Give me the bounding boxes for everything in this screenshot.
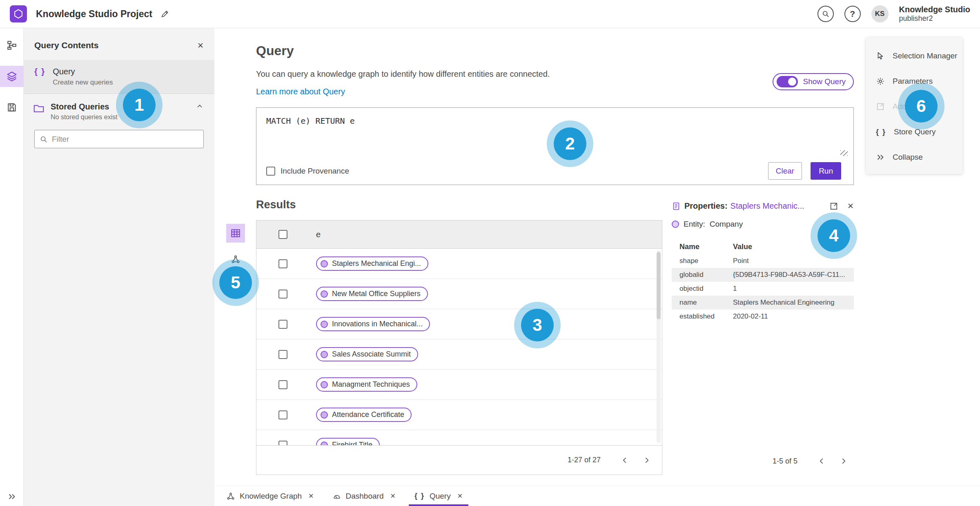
store-query-button[interactable]: { } Store Query (866, 119, 962, 145)
close-tab-icon[interactable]: ✕ (390, 492, 395, 500)
open-in-new-icon[interactable] (829, 202, 838, 211)
stored-queries-section[interactable]: Stored Queries No stored queries exist (24, 94, 214, 124)
query-contents-panel: Query Contents ✕ { } Query Create new qu… (24, 28, 214, 506)
row-checkbox[interactable] (278, 290, 287, 299)
row-checkbox[interactable] (278, 410, 287, 419)
table-view-button[interactable] (226, 224, 245, 243)
previous-page-button[interactable] (814, 453, 830, 469)
callout-badge-2: 2 (554, 127, 586, 160)
braces-icon: { } (414, 492, 425, 500)
table-row: Firebird Title (256, 430, 662, 445)
prop-col-name: Name (672, 243, 733, 251)
expand-panel-button[interactable] (7, 492, 16, 501)
next-page-button[interactable] (835, 453, 851, 469)
braces-icon: { } (876, 128, 886, 136)
entity-chip[interactable]: Managment Techniques (316, 377, 417, 392)
knowledge-graph-icon (227, 492, 235, 500)
query-list-item[interactable]: { } Query Create new queries (24, 60, 214, 94)
property-row: objectid 1 (672, 282, 854, 296)
table-row: Sales Associate Summit (256, 339, 662, 370)
selected-entity-link[interactable]: Staplers Mechanic... (731, 201, 804, 211)
search-button[interactable] (817, 6, 834, 22)
results-table: e Staplers Mechanical Engi... New Metal … (256, 220, 662, 475)
filter-input[interactable] (52, 135, 198, 144)
properties-label: Properties: (684, 201, 728, 211)
results-view-switcher (226, 224, 245, 269)
app-window: Knowledge Studio Project ? KS Knowledge … (0, 0, 980, 506)
query-description: You can query a knowledge graph to ident… (256, 69, 550, 79)
entity-chip[interactable]: Attendance Certificate (316, 408, 412, 422)
include-provenance-checkbox[interactable] (266, 167, 275, 176)
query-item-label: Query (53, 67, 113, 76)
select-all-checkbox[interactable] (278, 230, 287, 239)
results-pagination: 1-27 of 27 (256, 445, 662, 475)
entity-dot-icon (321, 260, 328, 267)
table-header-row: e (256, 221, 662, 249)
bottom-tab-bar: Knowledge Graph ✕ Dashboard ✕ { } Query … (214, 486, 980, 506)
save-icon (7, 102, 17, 113)
edit-title-icon[interactable] (160, 9, 169, 18)
run-button[interactable]: Run (811, 162, 841, 180)
column-header-e: e (310, 230, 662, 239)
entity-dot-icon (321, 411, 328, 419)
entity-dot-icon (321, 290, 328, 298)
search-icon (40, 135, 48, 143)
table-row: Managment Techniques (256, 370, 662, 400)
entity-label: Entity: (684, 220, 705, 229)
close-tab-icon[interactable]: ✕ (308, 492, 314, 500)
next-page-button[interactable] (638, 452, 655, 468)
callout-badge-4: 4 (817, 219, 850, 252)
learn-more-link[interactable]: Learn more about Query (256, 87, 345, 96)
dashboard-icon (333, 492, 341, 500)
collapse-menu-button[interactable]: Collapse (866, 145, 962, 170)
entity-chip[interactable]: Innovations in Mechanical... (316, 317, 430, 331)
help-icon: ? (850, 9, 855, 19)
tab-query[interactable]: { } Query ✕ (414, 486, 463, 506)
chevron-left-icon (818, 457, 826, 465)
close-panel-icon[interactable]: ✕ (197, 41, 204, 50)
property-row: shape Point (672, 254, 854, 268)
close-properties-icon[interactable]: ✕ (847, 201, 854, 211)
gear-icon (876, 77, 885, 86)
include-provenance-label: Include Provenance (281, 167, 349, 176)
properties-pagination: 1-5 of 5 (773, 453, 851, 469)
scrollbar-thumb[interactable] (657, 252, 661, 319)
save-button[interactable] (0, 98, 24, 117)
parameters-button[interactable]: Parameters (866, 69, 962, 94)
selection-manager-button[interactable]: Selection Manager (866, 43, 962, 69)
entity-chip[interactable]: New Metal Office Suppliers (316, 287, 428, 301)
chevron-right-icon (642, 456, 650, 464)
entity-dot-icon (672, 221, 679, 228)
row-checkbox[interactable] (278, 350, 287, 359)
pagination-text: 1-27 of 27 (568, 456, 601, 464)
contents-tree-button[interactable] (0, 36, 24, 55)
avatar[interactable]: KS (871, 5, 889, 22)
entity-chip[interactable]: Staplers Mechanical Engi... (316, 256, 428, 271)
resize-grip-icon[interactable] (840, 150, 848, 156)
row-checkbox[interactable] (278, 380, 287, 389)
user-info: Knowledge Studio publisher2 (899, 5, 970, 23)
close-tab-icon[interactable]: ✕ (457, 492, 463, 500)
previous-page-button[interactable] (617, 452, 633, 468)
row-checkbox[interactable] (278, 441, 287, 446)
top-bar: Knowledge Studio Project ? KS Knowledge … (0, 0, 980, 28)
app-logo-icon[interactable] (10, 5, 27, 22)
layers-button[interactable] (0, 66, 24, 87)
tab-dashboard[interactable]: Dashboard ✕ (333, 486, 396, 506)
help-button[interactable]: ? (844, 6, 861, 22)
double-chevron-right-icon (876, 153, 885, 162)
query-heading: Query (256, 43, 294, 58)
table-row: New Metal Office Suppliers (256, 279, 662, 309)
show-query-label: Show Query (803, 77, 846, 86)
tab-knowledge-graph[interactable]: Knowledge Graph ✕ (227, 486, 314, 506)
query-item-sublabel: Create new queries (53, 78, 113, 87)
row-checkbox[interactable] (278, 259, 287, 268)
entity-chip[interactable]: Sales Associate Summit (316, 347, 418, 361)
entity-chip[interactable]: Firebird Title (316, 438, 380, 445)
clear-button[interactable]: Clear (768, 162, 802, 180)
show-query-toggle[interactable]: Show Query (773, 73, 854, 90)
chevron-up-icon[interactable] (196, 102, 204, 110)
query-text-input[interactable]: MATCH (e) RETURN e (256, 108, 853, 134)
stored-queries-sublabel: No stored queries exist (51, 114, 190, 121)
row-checkbox[interactable] (278, 320, 287, 329)
